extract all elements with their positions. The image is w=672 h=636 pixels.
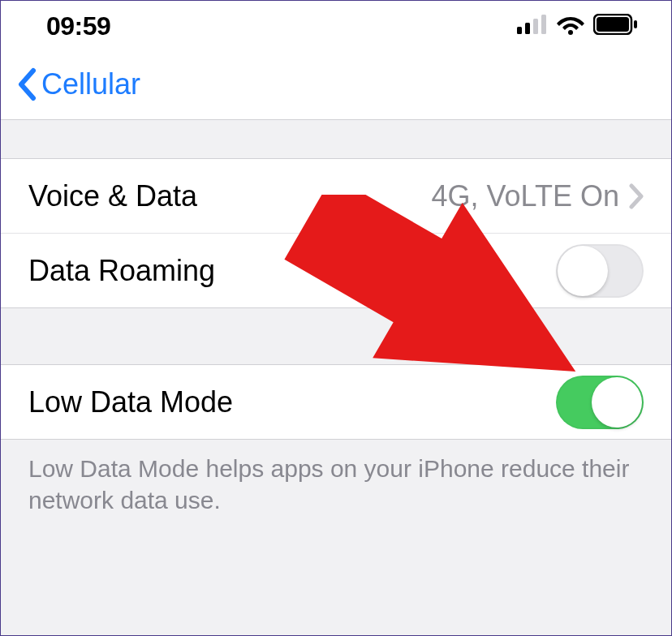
svg-rect-7 xyxy=(634,20,637,28)
footer-help-text: Low Data Mode helps apps on your iPhone … xyxy=(1,440,671,635)
toggle-data-roaming[interactable] xyxy=(556,244,644,298)
row-label: Data Roaming xyxy=(28,254,215,288)
settings-group-2: Low Data Mode xyxy=(1,365,671,440)
settings-screen: 09:59 xyxy=(0,0,672,636)
toggle-low-data-mode[interactable] xyxy=(556,376,644,429)
back-chevron-icon[interactable] xyxy=(15,67,40,101)
settings-group-1: Voice & Data 4G, VoLTE On Data Roaming xyxy=(1,159,671,308)
chevron-right-icon xyxy=(629,183,644,209)
nav-bar: Cellular xyxy=(1,53,671,120)
row-voice-and-data[interactable]: Voice & Data 4G, VoLTE On xyxy=(1,159,671,234)
status-time: 09:59 xyxy=(46,11,110,41)
svg-rect-2 xyxy=(533,19,538,34)
toggle-knob xyxy=(558,246,608,296)
svg-rect-6 xyxy=(597,17,629,32)
section-spacer xyxy=(1,308,671,365)
row-label: Voice & Data xyxy=(28,179,197,213)
row-value: 4G, VoLTE On xyxy=(432,179,619,213)
status-icons xyxy=(517,14,639,38)
cellular-signal-icon xyxy=(517,15,548,37)
svg-rect-1 xyxy=(525,23,530,34)
row-data-roaming: Data Roaming xyxy=(1,234,671,308)
svg-rect-0 xyxy=(517,27,522,34)
svg-rect-3 xyxy=(541,15,546,34)
toggle-knob xyxy=(592,377,642,428)
row-label: Low Data Mode xyxy=(28,385,233,419)
row-right: 4G, VoLTE On xyxy=(432,179,644,213)
back-label[interactable]: Cellular xyxy=(41,67,140,101)
section-spacer xyxy=(1,120,671,159)
svg-point-4 xyxy=(568,30,573,35)
battery-icon xyxy=(593,14,639,38)
wifi-icon xyxy=(556,14,585,38)
row-low-data-mode: Low Data Mode xyxy=(1,365,671,440)
status-bar: 09:59 xyxy=(1,1,671,53)
